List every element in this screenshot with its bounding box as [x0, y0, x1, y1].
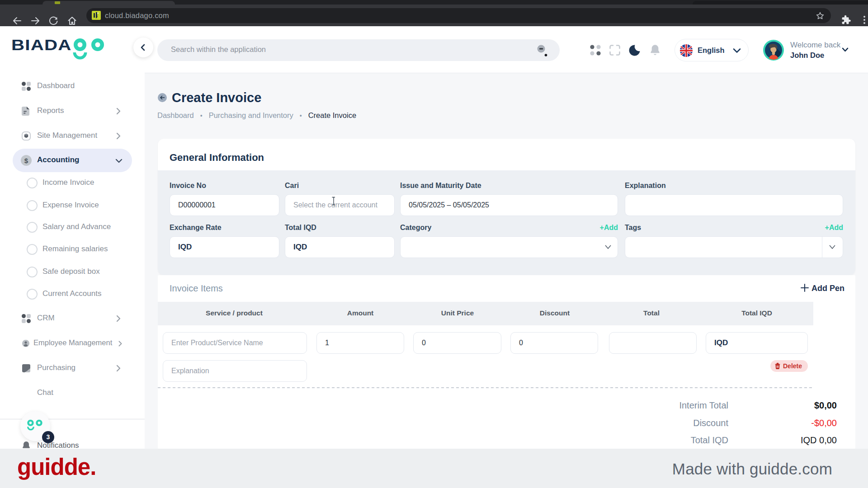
svg-text:$: $ — [24, 157, 28, 164]
